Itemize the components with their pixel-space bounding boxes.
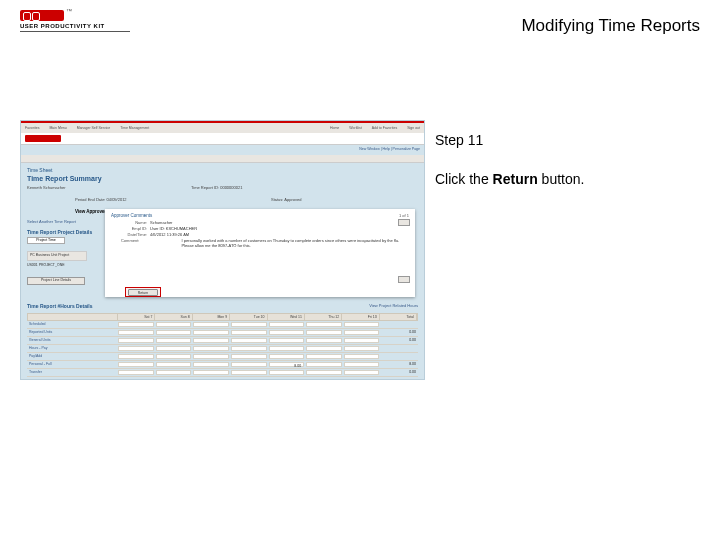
table-header: Sat 7 Sun 8 Mon 9 Tue 10 Wed 11 Thu 12 F… — [27, 313, 418, 321]
breadcrumb-item[interactable]: Manager Self Service — [77, 126, 110, 130]
table-row: Hours - Pay — [27, 345, 418, 353]
page-header: ™ USER PRODUCTIVITY KIT Modifying Time R… — [20, 10, 700, 48]
window-links[interactable]: New Window | Help | Personalize Page — [359, 147, 420, 151]
select-another-link[interactable]: Select Another Time Report — [27, 219, 76, 224]
dialog-counter: 1 of 1 — [399, 213, 409, 218]
page-title: Modifying Time Reports — [521, 16, 700, 36]
instruction-panel: Step 11 Click the Return button. — [435, 120, 700, 380]
topnav-link[interactable]: Home — [330, 126, 339, 130]
table-header-row: PC Business Unit Project — [27, 251, 87, 261]
product-name: USER PRODUCTIVITY KIT — [20, 23, 130, 29]
oracle-logo-mark — [25, 135, 61, 142]
table-row: Reported Units0.00 — [27, 329, 418, 337]
topnav-link[interactable]: Worklist — [349, 126, 361, 130]
datetime-label: Date/Time: — [111, 232, 147, 237]
table-row: Personal - Full8.008.00 — [27, 361, 418, 369]
tab-project-time[interactable]: Project Time — [27, 237, 65, 244]
instruction-text: Click the Return button. — [435, 169, 700, 190]
emplid-value: User ID: KSCHUMACHER — [150, 226, 197, 231]
logo-divider — [20, 31, 130, 32]
employee-name: Kenneth Schumacher — [27, 185, 65, 190]
comment-label: Comment: — [111, 238, 139, 248]
trademark-symbol: ™ — [66, 8, 72, 14]
edge-button[interactable] — [398, 276, 410, 283]
project-line-details-button[interactable]: Project Line Details — [27, 277, 85, 285]
table-row: Transfer0.00 — [27, 369, 418, 377]
table-row: Pay/Add — [27, 353, 418, 361]
time-report-id: Time Report ID: 0000000021 — [191, 185, 242, 190]
page-section-title: Time Report Summary — [27, 175, 102, 182]
breadcrumb-item[interactable]: Favorites — [25, 126, 39, 130]
hours-table: Sat 7 Sun 8 Mon 9 Tue 10 Wed 11 Thu 12 F… — [27, 313, 418, 377]
page-section-small: Time Sheet — [27, 167, 52, 173]
breadcrumb-bar: Favorites Main Menu Manager Self Service… — [21, 123, 424, 133]
breadcrumb-item[interactable]: Time Management — [120, 126, 149, 130]
edge-button[interactable] — [398, 219, 410, 226]
approver-comments-dialog: Approver Comments 1 of 1 Name:Schumacher… — [105, 209, 415, 297]
hours-table-title: Time Report #Hours Details — [27, 303, 92, 309]
topnav-link[interactable]: Add to Favorites — [372, 126, 397, 130]
datetime-value: 4/6/2012 11:39:26 AM — [150, 232, 189, 237]
period-end-date: Period End Date: 04/09/2012 — [75, 197, 127, 202]
emplid-label: Empl ID: — [111, 226, 147, 231]
app-screenshot: Favorites Main Menu Manager Self Service… — [20, 120, 425, 380]
return-button-highlight: Return — [125, 287, 161, 297]
name-value: Schumacher — [150, 220, 172, 225]
right-controls — [398, 219, 418, 379]
dialog-title: Approver Comments — [111, 213, 409, 218]
brand-band — [21, 133, 424, 145]
name-label: Name: — [111, 220, 147, 225]
return-button[interactable]: Return — [128, 289, 158, 296]
toolbar-strip — [21, 155, 424, 163]
status-label: Status: Approved — [271, 197, 301, 202]
table-row: General Units0.00 — [27, 337, 418, 345]
table-row: Scheduled — [27, 321, 418, 329]
breadcrumb-item[interactable]: Main Menu — [49, 126, 66, 130]
step-label: Step 11 — [435, 130, 700, 151]
section-header: Time Report Project Details — [27, 229, 92, 235]
comment-value: I personally worked with a number of cus… — [181, 238, 409, 248]
oracle-logo-mark — [20, 10, 64, 21]
topnav-link[interactable]: Sign out — [407, 126, 420, 130]
